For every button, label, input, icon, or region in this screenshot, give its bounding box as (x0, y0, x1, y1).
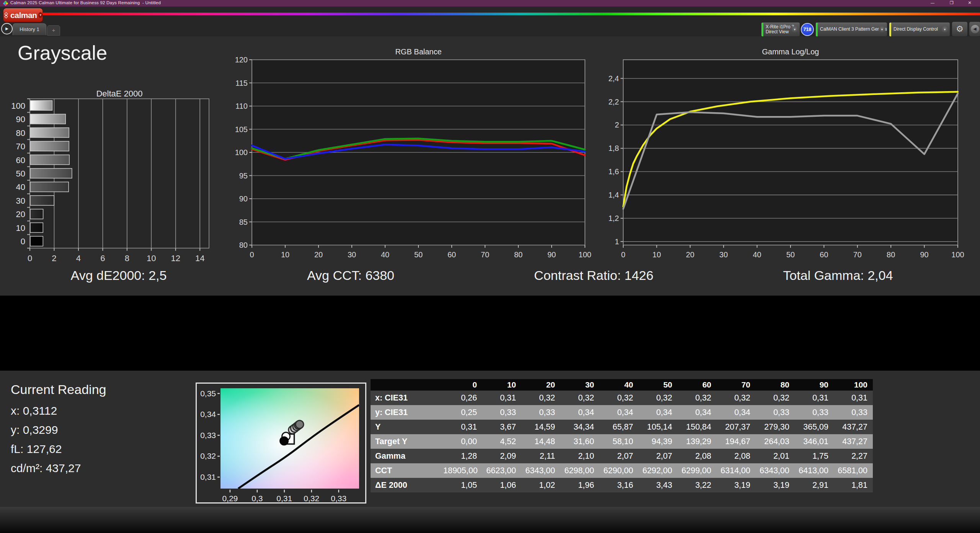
svg-text:1,4: 1,4 (608, 191, 619, 199)
display-control-dropdown[interactable]: Direct Display Control ▾ (889, 22, 950, 37)
table-cell: 0,34 (599, 405, 639, 420)
tab-scroll-button[interactable]: ▶ (1, 23, 13, 34)
svg-text:2: 2 (52, 253, 56, 263)
svg-text:30: 30 (16, 196, 25, 206)
svg-text:0,33: 0,33 (200, 431, 216, 440)
meter-mode-badge[interactable]: 718 (801, 23, 814, 36)
svg-text:85: 85 (239, 218, 248, 226)
svg-text:100: 100 (951, 250, 964, 259)
table-column-header: 90 (795, 379, 834, 391)
minimize-button[interactable]: — (926, 0, 939, 7)
titlebar: Calman 2025 Calman Ultimate for Business… (0, 0, 980, 7)
table-cell: 264,03 (756, 434, 795, 449)
svg-text:50: 50 (786, 250, 795, 259)
pattern-generator-label: CalMAN Client 3 Pattern Generator (820, 27, 878, 32)
svg-text:70: 70 (481, 250, 489, 259)
close-button[interactable]: ✕ (963, 0, 976, 7)
table-cell: 3,67 (482, 420, 521, 434)
svg-text:0: 0 (621, 250, 625, 259)
table-cell: 18905,00 (443, 463, 482, 478)
svg-text:90: 90 (239, 195, 248, 203)
table-cell: 2,27 (834, 449, 873, 463)
table-cell: 0,32 (717, 391, 756, 405)
table-cell: 1,96 (560, 478, 599, 492)
table-cell: 3,43 (639, 478, 678, 492)
svg-text:40: 40 (381, 250, 389, 259)
table-cell: 6343,00 (756, 463, 795, 478)
table-cell: 2,07 (639, 449, 678, 463)
svg-text:70: 70 (853, 250, 862, 259)
settings-button[interactable]: ⚙ (952, 21, 968, 37)
table-cell: 1,28 (443, 449, 482, 463)
svg-text:0,3: 0,3 (252, 494, 263, 502)
table-cell: 4,52 (482, 434, 521, 449)
stat-avg-cct: Avg CCT: 6380 (307, 268, 394, 283)
chevron-down-icon: ▾ (879, 26, 885, 33)
rainbow-divider (43, 13, 980, 15)
table-column-header: 80 (756, 379, 795, 391)
svg-text:70: 70 (16, 142, 25, 151)
svg-text:0,29: 0,29 (222, 494, 238, 502)
tab-history-1[interactable]: History 1 (13, 23, 46, 35)
calman-menu-button[interactable]: calman ▾ (3, 8, 43, 22)
rgb-balance-chart: RGB Balance80859095100105110115120010203… (234, 47, 596, 265)
svg-text:90: 90 (547, 250, 556, 259)
svg-text:20: 20 (686, 250, 694, 259)
svg-text:4: 4 (76, 253, 81, 263)
maximize-button[interactable]: ❐ (945, 0, 958, 7)
svg-text:20: 20 (16, 209, 25, 219)
pattern-generator-dropdown[interactable]: CalMAN Client 3 Pattern Generator ▾ (815, 22, 887, 37)
table-cell: 0,32 (639, 391, 678, 405)
svg-text:80: 80 (16, 128, 25, 138)
svg-text:90: 90 (920, 250, 928, 259)
table-cell: 0,33 (482, 405, 521, 420)
svg-text:10: 10 (652, 250, 661, 259)
table-cell: 105,14 (639, 420, 678, 434)
table-cell: 0,34 (717, 405, 756, 420)
table-column-header: 70 (717, 379, 756, 391)
svg-text:8: 8 (125, 253, 129, 263)
svg-text:10: 10 (147, 253, 156, 263)
stat-total-gamma: Total Gamma: 2,04 (783, 268, 893, 283)
table-cell: 0,32 (756, 391, 795, 405)
svg-text:0,31: 0,31 (276, 494, 292, 502)
table-cell: 3,16 (599, 478, 639, 492)
chevron-down-icon: ▾ (38, 12, 42, 18)
svg-text:110: 110 (235, 102, 248, 110)
svg-text:Gamma Log/Log: Gamma Log/Log (762, 47, 819, 56)
collapse-panel-button[interactable]: ◀ (969, 21, 980, 37)
reading-x: x: 0,3112 (11, 404, 57, 417)
table-row-label: Y (371, 420, 443, 434)
table-corner (371, 379, 443, 391)
svg-text:50: 50 (414, 250, 423, 259)
svg-text:1: 1 (615, 237, 619, 246)
svg-text:2,4: 2,4 (608, 74, 619, 83)
table-cell: 3,19 (756, 478, 795, 492)
gamma-loglog-chart: Gamma Log/Log11,21,41,61,822,22,40102030… (606, 47, 973, 265)
meter-dropdown[interactable]: X-Rite i1Pro 3 Direct View ▾ (761, 22, 800, 37)
display-control-status-bar (889, 23, 891, 36)
table-cell: 346,01 (795, 434, 834, 449)
table-row-label: Target Y (371, 434, 443, 449)
reading-fl: fL: 127,62 (11, 443, 62, 456)
svg-text:0,34: 0,34 (200, 410, 216, 419)
table-cell: 1,06 (482, 478, 521, 492)
cie-xy-chart: 0,310,320,330,340,350,290,30,310,320,33 (197, 384, 365, 502)
table-column-header: 50 (639, 379, 678, 391)
svg-text:2: 2 (615, 121, 619, 129)
table-column-header: 30 (560, 379, 599, 391)
add-tab-button[interactable]: + (47, 25, 60, 36)
reading-y: y: 0,3299 (11, 423, 58, 437)
table-cell: 0,00 (443, 434, 482, 449)
table-cell: 139,29 (678, 434, 717, 449)
table-cell: 6623,00 (482, 463, 521, 478)
table-cell: 2,91 (795, 478, 834, 492)
svg-text:0: 0 (28, 253, 32, 263)
table-cell: 3,19 (717, 478, 756, 492)
app-icon (3, 1, 8, 6)
svg-text:60: 60 (448, 250, 456, 259)
table-cell: 1,05 (443, 478, 482, 492)
table-cell: 2,10 (560, 449, 599, 463)
svg-text:90: 90 (16, 114, 25, 124)
stat-contrast-ratio: Contrast Ratio: 1426 (534, 268, 653, 283)
